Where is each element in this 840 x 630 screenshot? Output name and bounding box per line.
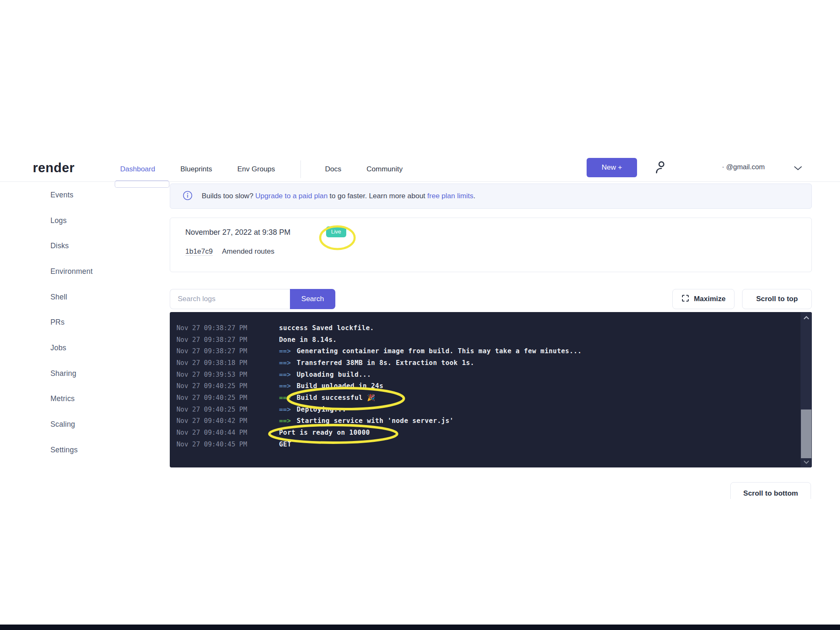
account-email: · @gmail.com [722,163,765,171]
commit-hash-link[interactable]: 1b1e7c9 [185,247,213,256]
top-navbar: render Dashboard Blueprints Env Groups D… [0,156,840,182]
scroll-to-top-button[interactable]: Scroll to top [742,289,812,309]
user-avatar-button[interactable] [652,159,671,177]
sidebar-item-logs[interactable]: Logs [50,208,160,234]
deploy-date: November 27, 2022 at 9:38 PM [185,228,290,237]
scroll-to-bottom-clip: Scroll to bottom [730,482,813,499]
log-search-row: Search [170,289,335,309]
upgrade-plan-link[interactable]: Upgrade to a paid plan [255,192,328,200]
scrollbar-down-arrow-icon[interactable] [801,457,812,467]
log-line: Nov 27 09:38:27 PM==>Generating containe… [176,345,795,357]
log-line: Nov 27 09:39:53 PM==>Uploading build... [176,369,795,381]
deploy-card: November 27, 2022 at 9:38 PM Live 1b1e7c… [170,218,812,272]
active-tab-indicator [115,181,169,188]
service-sidebar: Events Logs Disks Environment Shell PRs … [50,182,160,463]
log-console: Nov 27 09:38:27 PMsuccess Saved lockfile… [170,312,812,467]
commit-message: Amended routes [222,247,274,255]
log-line-port-ready: Nov 27 09:40:44 PMPort is ready on 10000 [176,427,795,438]
bottom-edge-bar [0,625,840,630]
log-line: Nov 27 09:38:18 PM==>Transferred 38MB in… [176,357,795,369]
upgrade-banner: Builds too slow? Upgrade to a paid plan … [170,184,812,209]
log-line: Nov 27 09:40:25 PM==>Build uploaded in 2… [176,380,795,392]
log-line-build-successful: Nov 27 09:40:25 PM==>Build successful 🎉 [176,392,795,404]
maximize-button[interactable]: Maximize [672,289,735,309]
nav-item-blueprints[interactable]: Blueprints [180,165,212,173]
commit-row: 1b1e7c9Amended routes [185,247,274,256]
nav-item-community[interactable]: Community [366,165,403,173]
sidebar-item-shell[interactable]: Shell [50,284,160,310]
nav-links: Dashboard Blueprints Env Groups Docs Com… [120,156,428,182]
sidebar-item-settings[interactable]: Settings [50,437,160,463]
live-status-badge: Live [326,226,346,237]
sidebar-item-environment[interactable]: Environment [50,259,160,284]
render-dashboard-page: render Dashboard Blueprints Env Groups D… [0,0,840,630]
render-logo[interactable]: render [33,160,74,176]
scrollbar-up-arrow-icon[interactable] [801,312,812,323]
sidebar-item-disks[interactable]: Disks [50,233,160,259]
nav-item-env-groups[interactable]: Env Groups [237,165,275,173]
sidebar-item-jobs[interactable]: Jobs [50,335,160,361]
log-line: Nov 27 09:38:27 PMDone in 8.14s. [176,334,795,346]
console-scrollbar[interactable] [801,312,812,467]
sidebar-item-sharing[interactable]: Sharing [50,361,160,386]
search-button[interactable]: Search [290,289,335,309]
nav-item-docs[interactable]: Docs [325,165,342,173]
new-button[interactable]: New + [587,158,637,177]
person-icon [653,171,670,177]
maximize-label: Maximize [694,295,726,303]
log-lines: Nov 27 09:38:27 PMsuccess Saved lockfile… [170,312,812,450]
log-line: Nov 27 09:38:27 PMsuccess Saved lockfile… [176,322,795,334]
banner-text: Builds too slow? Upgrade to a paid plan … [202,192,475,200]
search-logs-input[interactable] [170,289,290,309]
chevron-down-icon[interactable] [793,165,803,173]
log-line: Nov 27 09:40:45 PMGET [176,438,795,450]
log-line: Nov 27 09:40:42 PM==>Starting service wi… [176,415,795,427]
nav-item-dashboard[interactable]: Dashboard [120,165,155,173]
free-plan-limits-link[interactable]: free plan limits [427,192,474,200]
sidebar-item-metrics[interactable]: Metrics [50,386,160,412]
sidebar-item-scaling[interactable]: Scaling [50,412,160,437]
sidebar-item-prs[interactable]: PRs [50,310,160,335]
maximize-icon [681,294,694,304]
info-icon [183,191,192,202]
nav-divider [300,160,301,178]
scrollbar-thumb[interactable] [801,410,811,458]
scroll-to-bottom-button[interactable]: Scroll to bottom [730,482,811,499]
log-line: Nov 27 09:40:25 PM==>Deploying... [176,404,795,415]
